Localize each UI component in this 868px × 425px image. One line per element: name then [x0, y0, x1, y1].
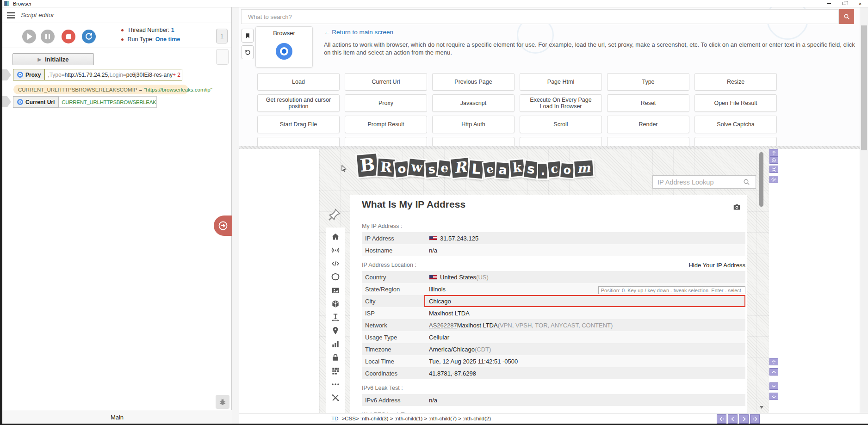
action-button[interactable]: Start Drag File	[257, 116, 340, 133]
camera-icon[interactable]	[732, 203, 741, 211]
scrollbar-thumb[interactable]	[861, 25, 867, 150]
browser-category-card[interactable]: Browser	[255, 26, 313, 68]
bricks-icon[interactable]	[331, 366, 340, 376]
menu-icon[interactable]	[7, 12, 15, 18]
home-icon[interactable]	[331, 232, 340, 241]
search-icon[interactable]	[743, 178, 750, 186]
action-button[interactable]: Javascript	[432, 94, 515, 112]
variable-pill[interactable]: CURRENT_URLHTTPSBROWSERLEAKSCOMIP = "htt…	[13, 85, 188, 94]
action-button[interactable]: Execute On Every Page Load In Browser	[520, 94, 602, 112]
hide-your-ip-link[interactable]: Hide Your IP Address	[688, 262, 745, 269]
target-button[interactable]	[769, 156, 778, 164]
scroll-down-arrow-icon[interactable]	[760, 406, 763, 409]
scroll-top-button[interactable]	[769, 358, 778, 365]
browserleaks-logo[interactable]: BRowseRLeaks.com	[357, 154, 552, 176]
gear-button[interactable]	[769, 176, 778, 183]
scroll-bottom-button[interactable]	[769, 393, 778, 400]
action-button[interactable]	[257, 137, 340, 146]
action-button[interactable]: Load	[257, 73, 340, 91]
ellipsis-icon[interactable]	[331, 380, 340, 389]
action-button[interactable]: Prompt Result	[345, 116, 427, 133]
go-next-button[interactable]	[739, 414, 749, 424]
bookmark-button[interactable]	[242, 29, 254, 43]
current-url-action-block[interactable]: Current Url CURRENT_URLHTTPSBROWSERLEAKS…	[13, 96, 157, 108]
broadcast-icon[interactable]	[331, 246, 340, 255]
maximize-button[interactable]	[837, 0, 852, 7]
ip-lookup-input[interactable]	[652, 175, 756, 189]
initialize-block[interactable]: ▶ Initialize	[12, 53, 94, 65]
go-prev-button[interactable]	[728, 414, 738, 424]
asn-link[interactable]: AS262287	[429, 322, 457, 329]
scrollbar-thumb[interactable]	[759, 152, 763, 207]
location-pin-icon[interactable]	[331, 326, 340, 335]
action-button[interactable]	[694, 137, 777, 146]
action-button[interactable]	[432, 137, 515, 146]
table-row[interactable]: TimezoneAmerica/Chicago (CDT)	[362, 343, 745, 355]
tools-icon[interactable]	[331, 393, 340, 402]
code-icon[interactable]	[331, 259, 340, 268]
tab-main[interactable]: Main	[2, 410, 232, 425]
secondary-badge[interactable]	[216, 49, 229, 65]
go-last-button[interactable]	[750, 414, 760, 424]
action-button[interactable]: Render	[607, 116, 689, 133]
run-type-row: Run Type: One time	[121, 36, 180, 43]
play-button[interactable]	[22, 30, 36, 43]
table-row[interactable]: Coordinates41.8781,-87.6298	[362, 367, 745, 379]
action-button[interactable]	[345, 137, 427, 146]
action-button[interactable]: Reset	[607, 94, 689, 112]
table-row[interactable]: Usage TypeCellular	[362, 331, 745, 343]
row-label: IPv6 Address	[362, 397, 424, 404]
text-tool-icon[interactable]	[331, 313, 340, 322]
left-panel-scrollbar[interactable]	[232, 7, 239, 424]
minimize-button[interactable]	[821, 0, 837, 7]
restart-button[interactable]	[82, 30, 96, 43]
scroll-up-button[interactable]	[769, 368, 778, 376]
page-scrollbar[interactable]	[759, 149, 763, 413]
table-row[interactable]: IP Address31.57.243.125	[362, 232, 745, 244]
run-type-value[interactable]: One time	[155, 36, 180, 43]
action-button[interactable]: Current Url	[345, 73, 427, 91]
compress-button[interactable]	[769, 166, 778, 173]
table-row[interactable]: IPv6 Addressn/a	[362, 394, 745, 406]
debug-button[interactable]	[216, 395, 229, 409]
collapse-panel-handle[interactable]	[214, 216, 232, 236]
action-button[interactable]: Get resolution and cursor position	[257, 94, 340, 112]
scroll-down-button[interactable]	[769, 382, 778, 390]
cube-icon[interactable]	[331, 299, 340, 308]
pause-button[interactable]	[41, 30, 55, 43]
action-button[interactable]: Open File Result	[694, 94, 777, 112]
proxy-action-block[interactable]: Proxy , Type=http://51.79.24.25, Login=p…	[13, 69, 182, 80]
action-button[interactable]	[520, 137, 602, 146]
stop-button[interactable]	[62, 30, 75, 43]
close-button[interactable]: ×	[852, 0, 868, 7]
lock-icon[interactable]	[331, 353, 340, 362]
search-button[interactable]	[839, 9, 854, 24]
image-icon[interactable]	[331, 286, 340, 295]
action-button[interactable]: Http Auth	[432, 116, 515, 133]
search-input[interactable]	[241, 9, 839, 24]
table-row[interactable]: ISPMaxihost LTDA	[362, 307, 745, 319]
chart-icon[interactable]	[331, 339, 340, 349]
action-button[interactable]: Previous Page	[432, 73, 515, 91]
action-button[interactable]: Scroll	[520, 116, 602, 133]
thread-number-value[interactable]: 1	[171, 27, 174, 33]
go-first-button[interactable]	[717, 414, 726, 424]
wifi-button[interactable]	[769, 149, 778, 156]
action-button[interactable]: Type	[607, 73, 689, 91]
table-row-selected[interactable]: CityChicago	[362, 295, 745, 307]
table-row[interactable]: NetworkAS262287 Maxihost LTDA (VPN, VPSH…	[362, 319, 745, 331]
table-row[interactable]: Local TimeTue, 12 Aug 2025 11:42:51 -050…	[362, 355, 745, 367]
action-button[interactable]: Resize	[694, 73, 777, 91]
table-row[interactable]: CountryUnited States (US)	[362, 271, 745, 283]
action-button[interactable]	[607, 137, 689, 146]
selector-tag-link[interactable]: TD	[331, 416, 338, 421]
main-scrollbar[interactable]	[860, 7, 868, 413]
history-button[interactable]	[242, 45, 254, 59]
paint-blob-icon[interactable]	[331, 272, 340, 282]
return-to-main-link[interactable]: ← Return to main screen	[324, 29, 393, 36]
action-button[interactable]: Solve Captcha	[694, 116, 777, 133]
action-button[interactable]: Proxy	[345, 94, 427, 112]
thread-count-badge[interactable]: 1	[216, 29, 228, 43]
action-button[interactable]: Page Html	[520, 73, 602, 91]
table-row[interactable]: Hostnamen/a	[362, 244, 745, 256]
